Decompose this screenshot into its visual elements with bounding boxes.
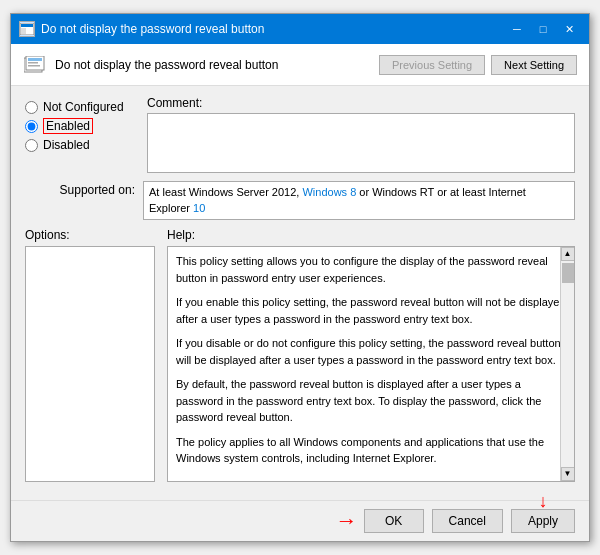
svg-rect-7 bbox=[28, 65, 40, 67]
supported-link1[interactable]: Windows 8 bbox=[302, 186, 356, 198]
help-column: Help: This policy setting allows you to … bbox=[167, 228, 575, 482]
disabled-radio[interactable] bbox=[25, 139, 38, 152]
window-icon bbox=[19, 21, 35, 37]
supported-text-before: At least Windows Server 2012, bbox=[149, 186, 302, 198]
ok-button[interactable]: OK bbox=[364, 509, 424, 533]
supported-link2[interactable]: 10 bbox=[193, 202, 205, 214]
supported-row: Supported on: At least Windows Server 20… bbox=[25, 181, 575, 220]
previous-setting-button[interactable]: Previous Setting bbox=[379, 55, 485, 75]
supported-box: At least Windows Server 2012, Windows 8 … bbox=[143, 181, 575, 220]
apply-arrow-icon: ↓ bbox=[538, 491, 547, 512]
bottom-bar: → OK Cancel ↓ Apply bbox=[11, 500, 589, 541]
apply-wrapper: ↓ Apply bbox=[511, 509, 575, 533]
disabled-option[interactable]: Disabled bbox=[25, 138, 135, 152]
supported-label: Supported on: bbox=[25, 181, 135, 197]
disabled-label: Disabled bbox=[43, 138, 90, 152]
comment-label: Comment: bbox=[147, 96, 575, 110]
next-setting-button[interactable]: Next Setting bbox=[491, 55, 577, 75]
help-header: Help: bbox=[167, 228, 575, 242]
title-bar: Do not display the password reveal butto… bbox=[11, 14, 589, 44]
help-para-3: If you disable or do not configure this … bbox=[176, 335, 566, 368]
policy-icon bbox=[23, 55, 47, 75]
comment-section: Comment: bbox=[147, 96, 575, 173]
enabled-label: Enabled bbox=[43, 118, 93, 134]
minimize-button[interactable]: ─ bbox=[505, 20, 529, 38]
ok-arrow-icon: → bbox=[336, 508, 358, 534]
help-box: This policy setting allows you to config… bbox=[167, 246, 575, 482]
window-title: Do not display the password reveal butto… bbox=[41, 22, 264, 36]
title-bar-controls: ─ □ ✕ bbox=[505, 20, 581, 38]
svg-rect-6 bbox=[28, 62, 38, 64]
header-title: Do not display the password reveal butto… bbox=[55, 58, 278, 72]
options-header: Options: bbox=[25, 228, 155, 242]
header-bar: Do not display the password reveal butto… bbox=[11, 44, 589, 86]
svg-rect-5 bbox=[28, 58, 42, 61]
dialog-window: Do not display the password reveal butto… bbox=[10, 13, 590, 541]
radio-group: Not Configured Enabled Disabled bbox=[25, 96, 135, 173]
scrollbar[interactable]: ▲ ▼ bbox=[560, 247, 574, 481]
scroll-thumb[interactable] bbox=[562, 263, 574, 283]
svg-rect-1 bbox=[21, 24, 33, 27]
not-configured-option[interactable]: Not Configured bbox=[25, 100, 135, 114]
apply-button[interactable]: Apply bbox=[511, 509, 575, 533]
not-configured-label: Not Configured bbox=[43, 100, 124, 114]
two-col-section: Options: Help: This policy setting allow… bbox=[25, 228, 575, 482]
help-para-5: The policy applies to all Windows compon… bbox=[176, 434, 566, 467]
options-box bbox=[25, 246, 155, 482]
maximize-button[interactable]: □ bbox=[531, 20, 555, 38]
help-para-4: By default, the password reveal button i… bbox=[176, 376, 566, 426]
main-content: Not Configured Enabled Disabled Comment:… bbox=[11, 86, 589, 499]
svg-rect-2 bbox=[21, 28, 26, 34]
scroll-down-arrow[interactable]: ▼ bbox=[561, 467, 575, 481]
title-bar-left: Do not display the password reveal butto… bbox=[19, 21, 264, 37]
header-buttons: Previous Setting Next Setting bbox=[379, 55, 577, 75]
help-para-2: If you enable this policy setting, the p… bbox=[176, 294, 566, 327]
cancel-button[interactable]: Cancel bbox=[432, 509, 503, 533]
not-configured-radio[interactable] bbox=[25, 101, 38, 114]
comment-textarea[interactable] bbox=[147, 113, 575, 173]
scroll-up-arrow[interactable]: ▲ bbox=[561, 247, 575, 261]
enabled-radio[interactable] bbox=[25, 120, 38, 133]
options-column: Options: bbox=[25, 228, 155, 482]
top-section: Not Configured Enabled Disabled Comment: bbox=[25, 96, 575, 173]
help-para-1: This policy setting allows you to config… bbox=[176, 253, 566, 286]
close-button[interactable]: ✕ bbox=[557, 20, 581, 38]
ok-wrapper: → OK bbox=[364, 509, 424, 533]
enabled-option[interactable]: Enabled bbox=[25, 118, 135, 134]
